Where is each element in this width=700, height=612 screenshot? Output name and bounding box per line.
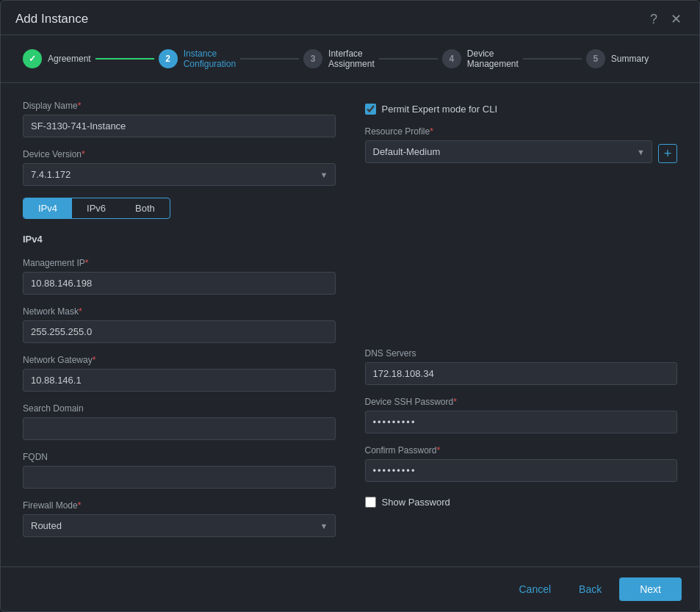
step-3-circle: 3 <box>303 49 322 68</box>
step-5-label: Summary <box>611 54 649 64</box>
connector-2-3 <box>240 58 299 60</box>
step-4-circle: 4 <box>442 49 461 68</box>
ipv4-section-label: IPv4 <box>23 234 336 245</box>
connector-3-4 <box>379 58 438 60</box>
modal-footer: Cancel Back Next <box>1 566 699 611</box>
show-password-checkbox[interactable] <box>365 497 376 508</box>
ip-tabs-container: IPv4 IPv6 Both <box>23 198 336 222</box>
network-mask-group: Network Mask* <box>23 306 336 343</box>
fqdn-input[interactable] <box>23 466 336 489</box>
resource-profile-label: Resource Profile* <box>365 126 678 137</box>
resource-profile-row: Default-Medium Default-Small Default-Lar… <box>365 140 678 163</box>
step-2-circle: 2 <box>159 49 178 68</box>
step-1: ✓ Agreement <box>23 49 91 68</box>
network-gateway-label: Network Gateway* <box>23 355 336 365</box>
display-name-label: Display Name* <box>23 101 336 111</box>
help-button[interactable]: ? <box>647 11 660 27</box>
connector-4-5 <box>523 58 582 60</box>
display-name-input[interactable] <box>23 115 336 137</box>
show-password-row: Show Password <box>365 497 678 508</box>
device-version-select[interactable]: 7.4.1.172 7.4.0.0 7.3.0.0 <box>23 163 336 186</box>
resource-profile-group: Resource Profile* Default-Medium Default… <box>365 126 678 163</box>
step-3: 3 InterfaceAssignment <box>303 48 375 69</box>
permit-expert-checkbox[interactable] <box>365 104 376 115</box>
permit-expert-label[interactable]: Permit Expert mode for CLI <box>382 104 498 115</box>
dns-servers-input[interactable] <box>365 362 678 385</box>
next-button[interactable]: Next <box>619 577 682 601</box>
search-domain-group: Search Domain <box>23 403 336 440</box>
network-gateway-input[interactable] <box>23 369 336 392</box>
step-2: 2 InstanceConfiguration <box>159 48 236 69</box>
confirm-password-input[interactable] <box>365 459 678 482</box>
search-domain-label: Search Domain <box>23 403 336 414</box>
add-resource-profile-button[interactable]: + <box>658 144 677 163</box>
management-ip-label: Management IP* <box>23 258 336 268</box>
spacer <box>365 175 678 336</box>
left-column: Display Name* Device Version* 7.4.1.172 … <box>23 101 336 549</box>
network-mask-label: Network Mask* <box>23 306 336 317</box>
permit-expert-row: Permit Expert mode for CLI <box>365 104 678 115</box>
cancel-button[interactable]: Cancel <box>508 577 561 601</box>
step-2-label: InstanceConfiguration <box>184 48 236 69</box>
network-mask-input[interactable] <box>23 320 336 343</box>
device-ssh-password-group: Device SSH Password* <box>365 397 678 433</box>
display-name-group: Display Name* <box>23 101 336 137</box>
dns-servers-label: DNS Servers <box>365 348 678 359</box>
resource-profile-select[interactable]: Default-Medium Default-Small Default-Lar… <box>365 140 653 163</box>
step-1-label: Agreement <box>48 54 91 64</box>
back-button[interactable]: Back <box>569 577 612 601</box>
step-4-label: DeviceManagement <box>467 48 519 69</box>
step-1-circle: ✓ <box>23 49 42 68</box>
confirm-password-group: Confirm Password* <box>365 445 678 482</box>
add-instance-modal: Add Instance ? ✕ ✓ Agreement 2 InstanceC… <box>0 0 700 612</box>
tab-ipv6[interactable]: IPv6 <box>72 198 120 218</box>
tab-ipv4[interactable]: IPv4 <box>24 198 72 218</box>
resource-profile-select-wrap: Default-Medium Default-Small Default-Lar… <box>365 140 653 163</box>
device-ssh-password-label: Device SSH Password* <box>365 397 678 407</box>
confirm-password-label: Confirm Password* <box>365 445 678 456</box>
step-3-label: InterfaceAssignment <box>328 48 375 69</box>
modal-title: Add Instance <box>15 12 88 26</box>
modal-header: Add Instance ? ✕ <box>1 1 699 35</box>
close-button[interactable]: ✕ <box>668 11 685 27</box>
connector-1-2 <box>95 58 154 60</box>
management-ip-group: Management IP* <box>23 258 336 295</box>
network-gateway-group: Network Gateway* <box>23 355 336 392</box>
header-icons: ? ✕ <box>647 11 685 27</box>
search-domain-input[interactable] <box>23 417 336 440</box>
device-version-select-wrap: 7.4.1.172 7.4.0.0 7.3.0.0 ▼ <box>23 163 336 186</box>
dns-servers-group: DNS Servers <box>365 348 678 385</box>
modal-content: Display Name* Device Version* 7.4.1.172 … <box>1 83 699 566</box>
fqdn-label: FQDN <box>23 452 336 462</box>
show-password-label[interactable]: Show Password <box>382 497 450 508</box>
management-ip-input[interactable] <box>23 272 336 295</box>
tab-both[interactable]: Both <box>120 198 170 218</box>
firewall-mode-group: Firewall Mode* Routed Transparent ▼ <box>23 500 336 537</box>
step-4: 4 DeviceManagement <box>442 48 519 69</box>
stepper: ✓ Agreement 2 InstanceConfiguration 3 In… <box>1 35 699 83</box>
firewall-mode-label: Firewall Mode* <box>23 500 336 511</box>
device-version-label: Device Version* <box>23 149 336 159</box>
right-column: Permit Expert mode for CLI Resource Prof… <box>365 101 678 549</box>
device-ssh-password-input[interactable] <box>365 411 678 433</box>
firewall-mode-select-wrap: Routed Transparent ▼ <box>23 514 336 537</box>
ip-tabs: IPv4 IPv6 Both <box>23 198 170 219</box>
step-5: 5 Summary <box>586 49 649 68</box>
fqdn-group: FQDN <box>23 452 336 489</box>
device-version-group: Device Version* 7.4.1.172 7.4.0.0 7.3.0.… <box>23 149 336 186</box>
firewall-mode-select[interactable]: Routed Transparent <box>23 514 336 537</box>
step-5-circle: 5 <box>586 49 605 68</box>
